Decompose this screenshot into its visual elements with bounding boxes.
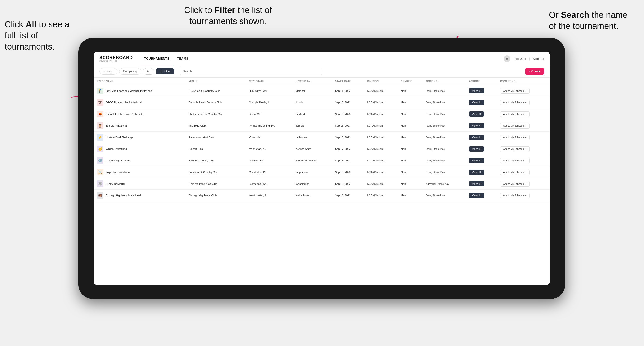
view-button-3[interactable]: View 👁: [469, 123, 484, 128]
cell-competing-0: Add to My Schedule +: [497, 85, 550, 97]
add-schedule-button-5[interactable]: Add to My Schedule +: [500, 146, 530, 152]
cell-scoring-4: Team, Stroke Play: [423, 132, 466, 143]
cell-city-0: Huntington, WV: [246, 85, 293, 97]
cell-hosted-8: Washington: [293, 178, 332, 190]
cell-hosted-0: Marshall: [293, 85, 332, 97]
team-logo-4: ⚡: [97, 134, 103, 141]
create-button[interactable]: + Create: [525, 68, 544, 75]
cell-competing-4: Add to My Schedule +: [497, 132, 550, 143]
eye-icon: 👁: [479, 101, 481, 104]
cell-date-6: Sep 18, 2023: [332, 155, 364, 167]
cell-hosted-1: Illinois: [293, 97, 332, 108]
col-scoring: SCORING: [423, 78, 466, 85]
team-logo-8: 🐺: [97, 180, 103, 187]
team-logo-5: 🐱: [97, 146, 103, 152]
col-hosted-by: HOSTED BY: [293, 78, 332, 85]
nav-teams[interactable]: TEAMS: [173, 52, 192, 65]
table-header-row: EVENT NAME VENUE CITY, STATE HOSTED BY S…: [94, 78, 550, 85]
cell-division-9: NCAA Division I: [364, 190, 398, 201]
cell-date-5: Sep 17, 2023: [332, 143, 364, 155]
col-division: DIVISION: [364, 78, 398, 85]
col-venue: VENUE: [186, 78, 246, 85]
cell-competing-9: Add to My Schedule +: [497, 190, 550, 201]
top-nav: SCOREBOARD Powered by clippd TOURNAMENTS…: [94, 52, 550, 65]
sign-out-link[interactable]: Sign out: [533, 57, 544, 60]
cell-actions-1: View 👁: [466, 97, 497, 108]
team-logo-0: 🏌️: [97, 88, 103, 94]
cell-date-0: Sep 11, 2023: [332, 85, 364, 97]
cell-city-5: Manhattan, KS: [246, 143, 293, 155]
event-name-8: Husky Individual: [106, 182, 125, 185]
add-schedule-button-0[interactable]: Add to My Schedule +: [500, 88, 530, 94]
cell-event-7: ⚔️ Valpo Fall Invitational: [94, 167, 186, 178]
filter-bar: Hosting Competing All ☰ Filter + Create: [94, 65, 550, 78]
nav-tournaments[interactable]: TOURNAMENTS: [140, 52, 173, 65]
add-schedule-button-8[interactable]: Add to My Schedule +: [500, 181, 530, 187]
cell-division-6: NCAA Division I: [364, 155, 398, 167]
user-name: Test User: [513, 57, 526, 60]
cell-scoring-7: Team, Stroke Play: [423, 167, 466, 178]
tab-all[interactable]: All: [143, 68, 154, 75]
cell-division-4: NCAA Division I: [364, 132, 398, 143]
view-button-5[interactable]: View 👁: [469, 146, 484, 152]
eye-icon: 👁: [479, 136, 481, 139]
cell-gender-9: Men: [398, 190, 423, 201]
cell-hosted-3: Temple: [293, 120, 332, 132]
tab-competing[interactable]: Competing: [119, 68, 141, 75]
cell-actions-4: View 👁: [466, 132, 497, 143]
cell-event-1: 🦅 OFCC Fighting Illini Invitational: [94, 97, 186, 108]
add-schedule-button-9[interactable]: Add to My Schedule +: [500, 193, 530, 198]
table-row: ⚔️ Valpo Fall Invitational Sand Creek Co…: [94, 167, 550, 178]
view-button-7[interactable]: View 👁: [469, 170, 484, 175]
cell-event-0: 🏌️ 2023 Joe Feaganes Marshall Invitation…: [94, 85, 186, 97]
view-button-9[interactable]: View 👁: [469, 193, 484, 198]
view-button-0[interactable]: View 👁: [469, 88, 484, 93]
cell-hosted-7: Valparaiso: [293, 167, 332, 178]
cell-event-5: 🐱 Wildcat Invitational: [94, 143, 186, 155]
add-schedule-button-7[interactable]: Add to My Schedule +: [500, 170, 530, 175]
user-avatar: U: [504, 55, 510, 62]
cell-division-3: NCAA Division I: [364, 120, 398, 132]
event-name-7: Valpo Fall Invitational: [106, 171, 130, 174]
event-name-9: Chicago Highlands Invitational: [106, 194, 141, 197]
cell-competing-6: Add to My Schedule +: [497, 155, 550, 167]
view-button-2[interactable]: View 👁: [469, 111, 484, 117]
add-schedule-button-2[interactable]: Add to My Schedule +: [500, 111, 530, 117]
cell-date-7: Sep 18, 2023: [332, 167, 364, 178]
view-button-1[interactable]: View 👁: [469, 100, 484, 105]
col-gender: GENDER: [398, 78, 423, 85]
add-schedule-button-6[interactable]: Add to My Schedule +: [500, 158, 530, 164]
view-button-4[interactable]: View 👁: [469, 135, 484, 140]
cell-event-9: 🐻 Chicago Highlands Invitational: [94, 190, 186, 201]
cell-actions-0: View 👁: [466, 85, 497, 97]
cell-venue-7: Sand Creek Country Club: [186, 167, 246, 178]
cell-scoring-3: Team, Stroke Play: [423, 120, 466, 132]
table-row: ⚙️ Grover Page Classic Jackson Country C…: [94, 155, 550, 167]
cell-city-8: Bremerton, WA: [246, 178, 293, 190]
search-input[interactable]: [180, 68, 322, 75]
cell-actions-7: View 👁: [466, 167, 497, 178]
team-logo-6: ⚙️: [97, 157, 103, 164]
cell-competing-8: Add to My Schedule +: [497, 178, 550, 190]
view-button-6[interactable]: View 👁: [469, 158, 484, 163]
cell-actions-2: View 👁: [466, 108, 497, 120]
cell-gender-5: Men: [398, 143, 423, 155]
event-name-3: Temple Invitational: [106, 124, 127, 127]
event-name-5: Wildcat Invitational: [106, 147, 128, 151]
cell-division-8: NCAA Division I: [364, 178, 398, 190]
cell-venue-2: Shuttle Meadow Country Club: [186, 108, 246, 120]
cell-venue-3: The 1912 Club: [186, 120, 246, 132]
cell-venue-6: Jackson Country Club: [186, 155, 246, 167]
add-schedule-button-1[interactable]: Add to My Schedule +: [500, 100, 530, 105]
add-schedule-button-4[interactable]: Add to My Schedule +: [500, 135, 530, 140]
filter-button[interactable]: ☰ Filter: [156, 68, 174, 74]
eye-icon: 👁: [479, 194, 481, 197]
eye-icon: 👁: [479, 89, 481, 92]
view-button-8[interactable]: View 👁: [469, 181, 484, 186]
tab-hosting[interactable]: Hosting: [100, 68, 117, 75]
eye-icon: 👁: [479, 148, 481, 150]
cell-scoring-9: Team, Stroke Play: [423, 190, 466, 201]
cell-scoring-1: Team, Stroke Play: [423, 97, 466, 108]
add-schedule-button-3[interactable]: Add to My Schedule +: [500, 123, 530, 129]
team-logo-3: 🦉: [97, 122, 103, 129]
